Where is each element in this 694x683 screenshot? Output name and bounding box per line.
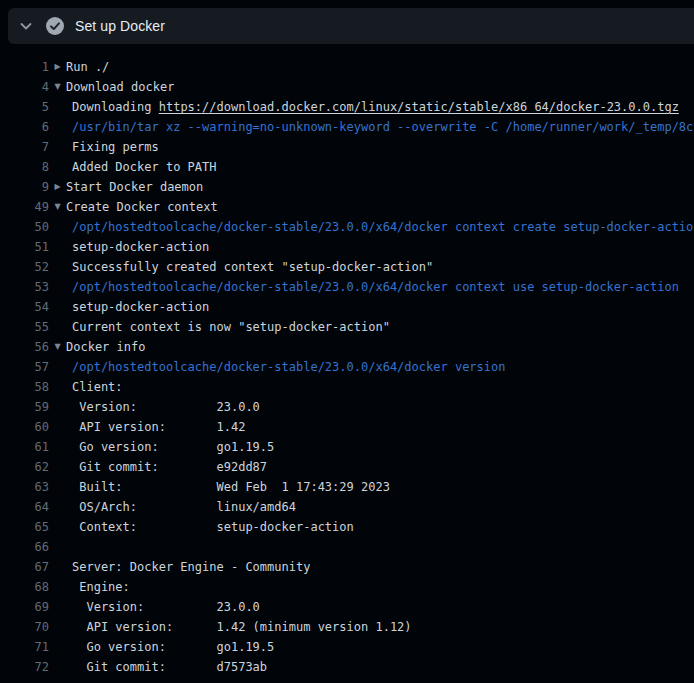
- log-line: 8Added Docker to PATH: [0, 157, 694, 177]
- line-number[interactable]: 50: [0, 217, 49, 237]
- line-number[interactable]: 53: [0, 277, 49, 297]
- log-line: 69 Version: 23.0.0: [0, 597, 694, 617]
- log-text: /usr/bin/tar xz --warning=no-unknown-key…: [72, 117, 694, 137]
- group-collapse-icon[interactable]: ▼: [49, 337, 66, 357]
- log-text: setup-docker-action: [72, 297, 209, 317]
- line-number[interactable]: 52: [0, 257, 49, 277]
- log-line: 67Server: Docker Engine - Community: [0, 557, 694, 577]
- log-line: 53/opt/hostedtoolcache/docker-stable/23.…: [0, 277, 694, 297]
- log-group-line[interactable]: 1▶Run ./: [0, 57, 694, 77]
- line-number[interactable]: 56: [0, 337, 49, 357]
- log-line: 66: [0, 537, 694, 557]
- log-text: setup-docker-action: [72, 237, 209, 257]
- log-line: 54setup-docker-action: [0, 297, 694, 317]
- log-line: 58Client:: [0, 377, 694, 397]
- line-number[interactable]: 71: [0, 637, 49, 657]
- log-group-line[interactable]: 56▼Docker info: [0, 337, 694, 357]
- line-number[interactable]: 61: [0, 437, 49, 457]
- group-title: Run ./: [66, 57, 109, 77]
- log-line: 59 Version: 23.0.0: [0, 397, 694, 417]
- line-number[interactable]: 9: [0, 177, 49, 197]
- line-number[interactable]: 4: [0, 77, 49, 97]
- log-text: Built: Wed Feb 1 17:43:29 2023: [72, 477, 390, 497]
- log-text: Go version: go1.19.5: [72, 637, 274, 657]
- log-text: /opt/hostedtoolcache/docker-stable/23.0.…: [72, 357, 505, 377]
- log-line: 72 Git commit: d7573ab: [0, 657, 694, 677]
- log-line: 65 Context: setup-docker-action: [0, 517, 694, 537]
- line-number[interactable]: 60: [0, 417, 49, 437]
- log-text: Added Docker to PATH: [72, 157, 217, 177]
- line-number[interactable]: 70: [0, 617, 49, 637]
- line-number[interactable]: 1: [0, 57, 49, 77]
- line-number[interactable]: 59: [0, 397, 49, 417]
- line-number[interactable]: 65: [0, 517, 49, 537]
- log-line: 51setup-docker-action: [0, 237, 694, 257]
- group-title: Docker info: [66, 337, 145, 357]
- log-text: Fixing perms: [72, 137, 159, 157]
- line-number[interactable]: 49: [0, 197, 49, 217]
- log-text: Successfully created context "setup-dock…: [72, 257, 433, 277]
- log-line: 71 Go version: go1.19.5: [0, 637, 694, 657]
- line-number[interactable]: 51: [0, 237, 49, 257]
- line-number[interactable]: 64: [0, 497, 49, 517]
- group-expand-icon[interactable]: ▶: [49, 177, 66, 197]
- line-number[interactable]: 68: [0, 577, 49, 597]
- log-group-line[interactable]: 49▼Create Docker context: [0, 197, 694, 217]
- log-line: 60 API version: 1.42: [0, 417, 694, 437]
- log-line: 64 OS/Arch: linux/amd64: [0, 497, 694, 517]
- command-text: /opt/hostedtoolcache/docker-stable/23.0.…: [72, 360, 505, 374]
- group-title: Download docker: [66, 77, 174, 97]
- log-line: 50/opt/hostedtoolcache/docker-stable/23.…: [0, 217, 694, 237]
- log-group-line[interactable]: 4▼Download docker: [0, 77, 694, 97]
- line-number[interactable]: 62: [0, 457, 49, 477]
- log-text: Client:: [72, 377, 123, 397]
- group-collapse-icon[interactable]: ▼: [49, 197, 66, 217]
- log-text: Go version: go1.19.5: [72, 437, 274, 457]
- log-text: /opt/hostedtoolcache/docker-stable/23.0.…: [72, 277, 679, 297]
- log-text: API version: 1.42: [72, 417, 245, 437]
- group-expand-icon[interactable]: ▶: [49, 57, 66, 77]
- log-line: 55Current context is now "setup-docker-a…: [0, 317, 694, 337]
- log-line: 70 API version: 1.42 (minimum version 1.…: [0, 617, 694, 637]
- step-title: Set up Docker: [75, 18, 165, 34]
- log-line: 61 Go version: go1.19.5: [0, 437, 694, 457]
- log-line: 7Fixing perms: [0, 137, 694, 157]
- log-text: Git commit: e92dd87: [72, 457, 267, 477]
- log-text: /opt/hostedtoolcache/docker-stable/23.0.…: [72, 217, 694, 237]
- line-number[interactable]: 72: [0, 657, 49, 677]
- log-text-segment: Downloading: [72, 100, 159, 114]
- check-circle-icon: [46, 17, 64, 35]
- group-collapse-icon[interactable]: ▼: [49, 77, 66, 97]
- log-text: Server: Docker Engine - Community: [72, 557, 310, 577]
- line-number[interactable]: 7: [0, 137, 49, 157]
- command-text: /opt/hostedtoolcache/docker-stable/23.0.…: [72, 220, 694, 234]
- group-title: Create Docker context: [66, 197, 218, 217]
- log-text: Context: setup-docker-action: [72, 517, 354, 537]
- step-header[interactable]: Set up Docker: [8, 8, 694, 44]
- line-number[interactable]: 58: [0, 377, 49, 397]
- line-number[interactable]: 63: [0, 477, 49, 497]
- line-number[interactable]: 8: [0, 157, 49, 177]
- log-text: Version: 23.0.0: [72, 397, 260, 417]
- line-number[interactable]: 55: [0, 317, 49, 337]
- line-number[interactable]: 54: [0, 297, 49, 317]
- log-text: Current context is now "setup-docker-act…: [72, 317, 390, 337]
- actions-log-viewer: Set up Docker 1▶Run ./4▼Download docker5…: [0, 8, 694, 677]
- command-text: /usr/bin/tar xz --warning=no-unknown-key…: [72, 120, 694, 134]
- log-group-line[interactable]: 9▶Start Docker daemon: [0, 177, 694, 197]
- log-line: 57/opt/hostedtoolcache/docker-stable/23.…: [0, 357, 694, 377]
- line-number[interactable]: 66: [0, 537, 49, 557]
- log-text: Engine:: [72, 577, 130, 597]
- log-text: Version: 23.0.0: [72, 597, 260, 617]
- line-number[interactable]: 6: [0, 117, 49, 137]
- log-link[interactable]: https://download.docker.com/linux/static…: [159, 100, 679, 114]
- log-line: 63 Built: Wed Feb 1 17:43:29 2023: [0, 477, 694, 497]
- line-number[interactable]: 69: [0, 597, 49, 617]
- line-number[interactable]: 57: [0, 357, 49, 377]
- log-text: Downloading https://download.docker.com/…: [72, 97, 679, 117]
- line-number[interactable]: 5: [0, 97, 49, 117]
- chevron-down-icon[interactable]: [19, 19, 33, 33]
- line-number[interactable]: 67: [0, 557, 49, 577]
- log-text: OS/Arch: linux/amd64: [72, 497, 296, 517]
- log-body: 1▶Run ./4▼Download docker5Downloading ht…: [0, 44, 694, 677]
